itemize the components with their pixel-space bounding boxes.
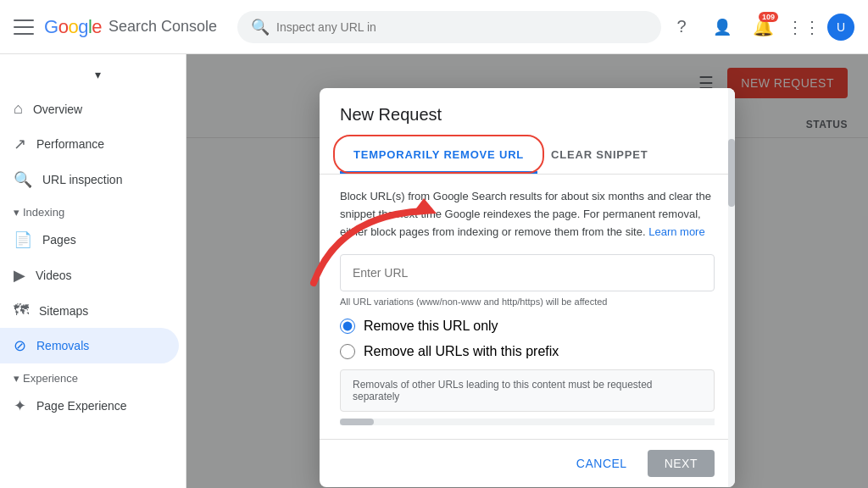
search-bar[interactable]: 🔍 [237, 11, 661, 43]
removals-icon: ⊘ [14, 336, 26, 355]
sidebar-label-pages: Pages [42, 233, 76, 247]
help-icon: ? [676, 17, 686, 36]
top-bar-actions: ? 👤 🔔 109 ⋮⋮ U [665, 10, 854, 44]
home-icon: ⌂ [14, 100, 23, 118]
sidebar-item-sitemaps[interactable]: 🗺 Sitemaps [0, 293, 179, 328]
url-input-wrapper[interactable] [340, 254, 715, 291]
sidebar-item-page-experience[interactable]: ✦ Page Experience [0, 388, 179, 424]
radio-label-url-only: Remove this URL only [364, 319, 498, 334]
app-title: Search Console [108, 18, 217, 36]
sidebar-label-removals: Removals [36, 339, 89, 352]
search-icon: 🔍 [251, 18, 270, 36]
url-input[interactable] [353, 266, 702, 280]
modal-tabs: TEMPORARILY REMOVE URL CLEAR SNIPPET [320, 138, 735, 175]
notification-count: 109 [759, 12, 778, 22]
sidebar-label-page-experience: Page Experience [36, 399, 127, 413]
radio-input-all-urls[interactable] [340, 344, 355, 359]
modal-title: New Request [320, 88, 735, 125]
sidebar-item-removals[interactable]: ⊘ Removals [0, 328, 179, 363]
experience-collapse-icon: ▾ [14, 372, 19, 385]
chevron-down-icon: ▾ [95, 68, 173, 81]
experience-icon: ✦ [14, 396, 26, 415]
learn-more-link[interactable]: Learn more [648, 225, 704, 238]
search-input[interactable] [276, 20, 648, 34]
sidebar-item-url-inspection[interactable]: 🔍 URL inspection [0, 162, 179, 197]
sidebar-label-performance: Performance [36, 137, 104, 151]
radio-remove-url-only[interactable]: Remove this URL only [340, 319, 715, 334]
horizontal-scrollbar-thumb[interactable] [340, 419, 374, 425]
avatar[interactable]: U [827, 14, 854, 41]
google-logo: Google [44, 16, 102, 38]
url-hint: All URL variations (www/non-www and http… [340, 297, 715, 307]
content-area: ☰ NEW REQUEST Status New Request TEMPORA… [186, 54, 868, 488]
new-request-modal: New Request TEMPORARILY REMOVE URL CLEAR… [320, 88, 735, 487]
sidebar: ▾ ⌂ Overview ↗ Performance 🔍 URL inspect… [0, 54, 186, 488]
vertical-scrollbar[interactable] [728, 88, 735, 487]
radio-remove-all-urls[interactable]: Remove all URLs with this prefix [340, 344, 715, 359]
sitemaps-icon: 🗺 [14, 302, 29, 319]
performance-icon: ↗ [14, 135, 26, 153]
tab-clear-snippet[interactable]: CLEAR SNIPPET [537, 138, 661, 174]
property-selector[interactable]: ▾ [0, 61, 186, 88]
hamburger-menu[interactable] [14, 17, 34, 37]
horizontal-scrollbar[interactable] [340, 419, 715, 425]
top-bar: Google Search Console 🔍 ? 👤 🔔 109 ⋮⋮ U [0, 0, 868, 54]
apps-button[interactable]: ⋮⋮ [787, 10, 821, 44]
sidebar-label-sitemaps: Sitemaps [39, 304, 88, 318]
modal-body: Block URL(s) from Google Search results … [320, 175, 735, 439]
collapse-icon: ▾ [14, 206, 19, 219]
sidebar-label-url-inspection: URL inspection [42, 173, 122, 186]
sidebar-label-overview: Overview [33, 103, 82, 116]
apps-icon: ⋮⋮ [787, 17, 821, 37]
sidebar-item-videos[interactable]: ▶ Videos [0, 258, 179, 293]
help-button[interactable]: ? [665, 10, 698, 44]
modal-footer: CANCEL NEXT [320, 439, 735, 487]
main-layout: ▾ ⌂ Overview ↗ Performance 🔍 URL inspect… [0, 54, 868, 488]
radio-input-url-only[interactable] [340, 319, 355, 334]
modal-description: Block URL(s) from Google Search results … [340, 188, 715, 241]
experience-section-label: ▾ Experience [0, 363, 186, 388]
notifications-button[interactable]: 🔔 109 [746, 10, 780, 44]
modal-overlay: New Request TEMPORARILY REMOVE URL CLEAR… [186, 54, 868, 488]
info-box: Removals of other URLs leading to this c… [340, 369, 715, 412]
logo-area: Google Search Console [44, 16, 217, 38]
videos-icon: ▶ [14, 266, 25, 285]
tab-temporarily-remove-url[interactable]: TEMPORARILY REMOVE URL [340, 138, 537, 174]
next-button[interactable]: NEXT [648, 450, 715, 477]
indexing-section-label: ▾ Indexing [0, 197, 186, 222]
sidebar-item-performance[interactable]: ↗ Performance [0, 126, 179, 162]
pages-icon: 📄 [14, 230, 32, 249]
sidebar-item-overview[interactable]: ⌂ Overview [0, 92, 179, 126]
account-icon: 👤 [713, 18, 732, 36]
vertical-scrollbar-thumb[interactable] [728, 139, 735, 207]
radio-group: Remove this URL only Remove all URLs wit… [340, 319, 715, 359]
cancel-button[interactable]: CANCEL [563, 450, 641, 477]
sidebar-item-pages[interactable]: 📄 Pages [0, 222, 179, 258]
inspect-icon: 🔍 [14, 170, 32, 189]
sidebar-label-videos: Videos [36, 269, 72, 282]
radio-label-all-urls: Remove all URLs with this prefix [364, 344, 559, 359]
account-management-button[interactable]: 👤 [705, 10, 739, 44]
